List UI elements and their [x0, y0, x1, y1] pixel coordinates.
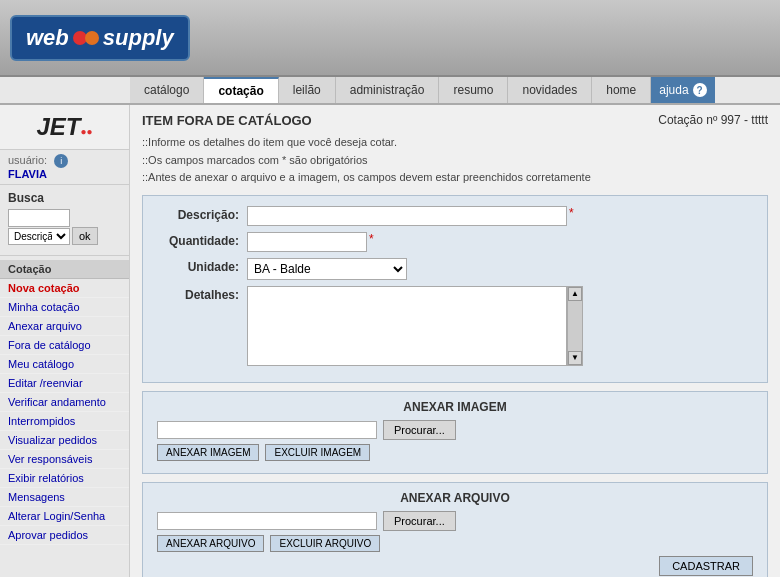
- instruction-3: ::Antes de anexar o arquivo e a imagem, …: [142, 169, 768, 187]
- anexar-imagem-title: ANEXAR IMAGEM: [157, 400, 753, 414]
- detalhes-scrollbar: ▲ ▼: [567, 286, 583, 366]
- anexar-arquivo-buttons: ANEXAR ARQUIVO EXCLUIR ARQUIVO: [157, 535, 753, 552]
- excluir-imagem-button[interactable]: EXCLUIR IMAGEM: [265, 444, 370, 461]
- sidebar: JET●● usuário: i FLAVIA Busca Descrição …: [0, 105, 130, 577]
- anexar-arquivo-row: Procurar...: [157, 511, 753, 531]
- user-section: usuário: i FLAVIA: [0, 150, 129, 185]
- descricao-input[interactable]: [247, 206, 567, 226]
- arquivo-procurar-button[interactable]: Procurar...: [383, 511, 456, 531]
- jet-logo: JET●●: [36, 113, 92, 141]
- tab-catalogo[interactable]: catálogo: [130, 77, 204, 103]
- scroll-down[interactable]: ▼: [568, 351, 582, 365]
- quantidade-label: Quantidade:: [157, 232, 247, 248]
- jet-dot: ●●: [80, 126, 92, 137]
- navbar: catálogo cotação leilão administração re…: [0, 77, 780, 105]
- item-title: ITEM FORA DE CATÁLOGO: [142, 113, 312, 128]
- detalhes-textarea[interactable]: [247, 286, 567, 366]
- info-icon[interactable]: i: [54, 154, 68, 168]
- descricao-row: Descrição: *: [157, 206, 753, 226]
- username: FLAVIA: [8, 168, 121, 180]
- quantidade-required: *: [369, 232, 374, 246]
- tab-resumo[interactable]: resumo: [439, 77, 508, 103]
- sidebar-item-meu-catalogo[interactable]: Meu catálogo: [0, 355, 129, 374]
- tab-administracao[interactable]: administração: [336, 77, 440, 103]
- search-type-select[interactable]: Descrição: [8, 228, 70, 245]
- instruction-1: ::Informe os detalhes do item que você d…: [142, 134, 768, 152]
- imagem-procurar-button[interactable]: Procurar...: [383, 420, 456, 440]
- anexar-imagem-section: ANEXAR IMAGEM Procurar... ANEXAR IMAGEM …: [142, 391, 768, 474]
- main-layout: JET●● usuário: i FLAVIA Busca Descrição …: [0, 105, 780, 577]
- sidebar-item-aprovar-pedidos[interactable]: Aprovar pedidos: [0, 526, 129, 545]
- descricao-label: Descrição:: [157, 206, 247, 222]
- scroll-up[interactable]: ▲: [568, 287, 582, 301]
- cotacao-section-header: Cotação: [0, 260, 129, 279]
- content-area: ITEM FORA DE CATÁLOGO Cotação nº 997 - t…: [130, 105, 780, 577]
- sidebar-item-fora-catalogo[interactable]: Fora de catálogo: [0, 336, 129, 355]
- logo-icon: [73, 31, 99, 45]
- help-icon: ?: [693, 83, 707, 97]
- tab-cotacao[interactable]: cotação: [204, 77, 278, 103]
- sidebar-item-anexar-arquivo[interactable]: Anexar arquivo: [0, 317, 129, 336]
- excluir-arquivo-button[interactable]: EXCLUIR ARQUIVO: [270, 535, 380, 552]
- header: web supply: [0, 0, 780, 77]
- arquivo-path-input[interactable]: [157, 512, 377, 530]
- unidade-select[interactable]: BA - Balde UN - Unidade CX - Caixa KG - …: [247, 258, 407, 280]
- cotacao-section: Cotação Nova cotação Minha cotação Anexa…: [0, 256, 129, 549]
- sidebar-logo: JET●●: [0, 105, 129, 150]
- logo-supply-text: supply: [103, 25, 174, 51]
- anexar-imagem-buttons: ANEXAR IMAGEM EXCLUIR IMAGEM: [157, 444, 753, 461]
- logo-web-text: web: [26, 25, 69, 51]
- tab-ajuda[interactable]: ajuda ?: [651, 77, 714, 103]
- anexar-arquivo-title: ANEXAR ARQUIVO: [157, 491, 753, 505]
- sidebar-item-exibir-relatorios[interactable]: Exibir relatórios: [0, 469, 129, 488]
- unidade-label: Unidade:: [157, 258, 247, 274]
- logo-dot2: [85, 31, 99, 45]
- instruction-2: ::Os campos marcados com * são obrigatór…: [142, 152, 768, 170]
- unidade-row: Unidade: BA - Balde UN - Unidade CX - Ca…: [157, 258, 753, 280]
- logo: web supply: [10, 15, 190, 61]
- tab-novidades[interactable]: novidades: [508, 77, 592, 103]
- sidebar-item-minha-cotacao[interactable]: Minha cotação: [0, 298, 129, 317]
- sidebar-item-nova-cotacao[interactable]: Nova cotação: [0, 279, 129, 298]
- item-form: Descrição: * Quantidade: * Unidade: BA -…: [142, 195, 768, 383]
- ajuda-label: ajuda: [659, 83, 688, 97]
- cadastrar-button[interactable]: CADASTRAR: [659, 556, 753, 576]
- user-label: usuário:: [8, 154, 47, 166]
- sidebar-item-mensagens[interactable]: Mensagens: [0, 488, 129, 507]
- sidebar-item-editar-reenviar[interactable]: Editar /reenviar: [0, 374, 129, 393]
- sidebar-item-interrompidos[interactable]: Interrompidos: [0, 412, 129, 431]
- quantidade-input[interactable]: [247, 232, 367, 252]
- anexar-imagem-button[interactable]: ANEXAR IMAGEM: [157, 444, 259, 461]
- anexar-imagem-row: Procurar...: [157, 420, 753, 440]
- tab-home[interactable]: home: [592, 77, 651, 103]
- anexar-arquivo-button[interactable]: ANEXAR ARQUIVO: [157, 535, 264, 552]
- imagem-path-input[interactable]: [157, 421, 377, 439]
- search-section: Busca Descrição ok: [0, 185, 129, 256]
- tab-leilao[interactable]: leilão: [279, 77, 336, 103]
- detalhes-row: Detalhes: ▲ ▼: [157, 286, 753, 366]
- search-button[interactable]: ok: [72, 227, 98, 245]
- cotacao-number: Cotação nº 997 - ttttt: [658, 113, 768, 127]
- sidebar-item-alterar-login[interactable]: Alterar Login/Senha: [0, 507, 129, 526]
- descricao-required: *: [569, 206, 574, 220]
- quantidade-row: Quantidade: *: [157, 232, 753, 252]
- search-label: Busca: [8, 191, 121, 205]
- content-header: ITEM FORA DE CATÁLOGO Cotação nº 997 - t…: [142, 113, 768, 128]
- search-input[interactable]: [8, 209, 70, 227]
- sidebar-item-verificar-andamento[interactable]: Verificar andamento: [0, 393, 129, 412]
- detalhes-label: Detalhes:: [157, 286, 247, 302]
- anexar-arquivo-section: ANEXAR ARQUIVO Procurar... ANEXAR ARQUIV…: [142, 482, 768, 577]
- sidebar-item-visualizar-pedidos[interactable]: Visualizar pedidos: [0, 431, 129, 450]
- sidebar-item-ver-responsaveis[interactable]: Ver responsáveis: [0, 450, 129, 469]
- instructions: ::Informe os detalhes do item que você d…: [142, 134, 768, 187]
